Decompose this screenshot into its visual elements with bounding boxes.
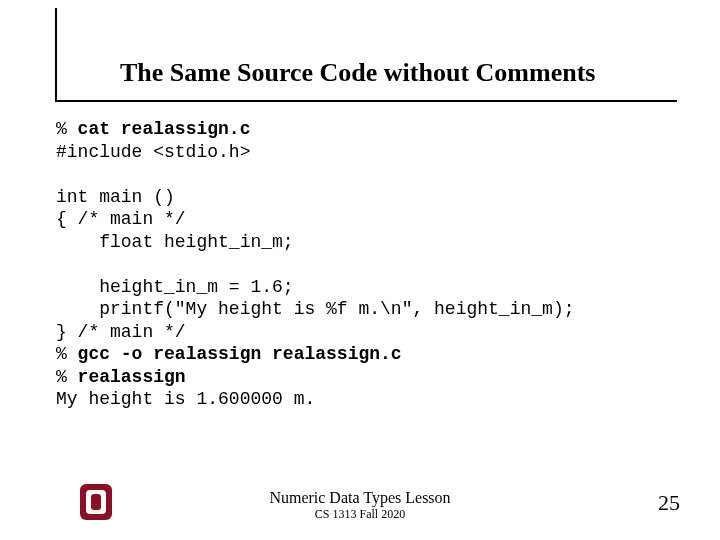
code-line: int main () <box>56 187 175 207</box>
slide-title: The Same Source Code without Comments <box>120 58 680 88</box>
code-line: % cat realassign.c <box>56 119 250 139</box>
footer: Numeric Data Types Lesson CS 1313 Fall 2… <box>0 489 720 522</box>
code-line: printf("My height is %f m.\n", height_in… <box>56 299 574 319</box>
code-line: height_in_m = 1.6; <box>56 277 294 297</box>
code-line: float height_in_m; <box>56 232 294 252</box>
code-line: { /* main */ <box>56 209 186 229</box>
frame-horizontal <box>55 100 677 102</box>
slide: The Same Source Code without Comments % … <box>0 0 720 540</box>
footer-course: CS 1313 Fall 2020 <box>0 507 720 522</box>
frame-vertical <box>55 8 57 100</box>
code-block: % cat realassign.c #include <stdio.h> in… <box>56 118 680 411</box>
code-line: #include <stdio.h> <box>56 142 250 162</box>
code-line: % realassign <box>56 367 186 387</box>
page-number: 25 <box>658 490 680 516</box>
code-line: } /* main */ <box>56 322 186 342</box>
code-line: % gcc -o realassign realassign.c <box>56 344 402 364</box>
code-line: My height is 1.600000 m. <box>56 389 315 409</box>
footer-lesson: Numeric Data Types Lesson <box>0 489 720 507</box>
